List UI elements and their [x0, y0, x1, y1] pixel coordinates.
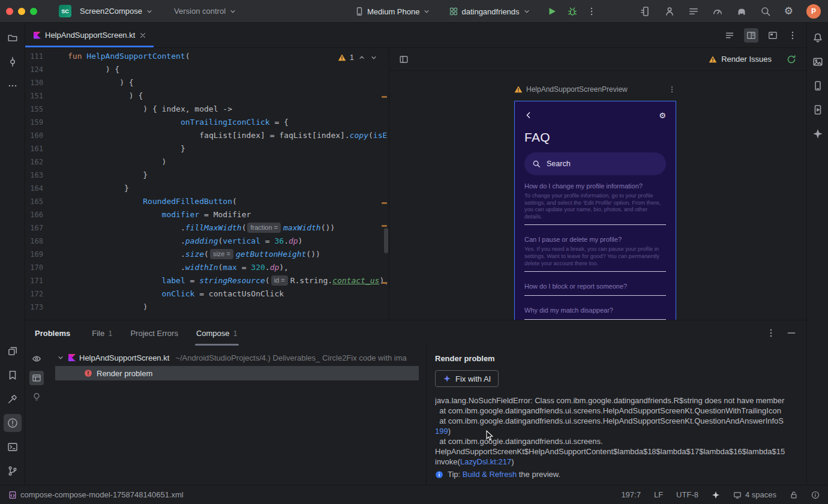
preview-layout-icon[interactable] [399, 55, 409, 64]
notifications-status-icon[interactable] [811, 491, 820, 499]
problems-tab-compose[interactable]: Compose1 [196, 320, 238, 346]
code-line[interactable]: 159onTrailingIconClick = { [25, 116, 389, 129]
build-variants-icon[interactable] [4, 342, 22, 360]
project-menu[interactable]: Screen2Compose [76, 4, 157, 18]
code-line[interactable]: 161} [25, 142, 389, 155]
code-with-me-icon[interactable] [664, 6, 675, 17]
search-icon[interactable] [760, 6, 771, 17]
code-line[interactable]: 163} [25, 169, 389, 182]
preview-issue-toggle[interactable] [29, 352, 44, 366]
code-line[interactable]: 171label = stringResource(id =R.string.c… [25, 274, 389, 287]
inspection-widget[interactable]: 1 [338, 53, 378, 62]
prev-issue-icon[interactable] [358, 53, 366, 62]
code-line[interactable]: 166modifier = Modifier [25, 208, 389, 221]
code-line[interactable]: 111fun HelpAndSupportContent( [25, 50, 389, 63]
code-line[interactable]: 124) { [25, 63, 389, 76]
render-issues-chip[interactable]: Render Issues [709, 55, 772, 64]
gemini-icon[interactable] [809, 125, 827, 143]
version-control-menu[interactable]: Version control [170, 4, 241, 18]
more-tool-windows-icon[interactable] [4, 77, 22, 95]
device-manager-icon[interactable] [809, 77, 827, 95]
bookmarks-icon[interactable] [4, 366, 22, 384]
maximize-window-button[interactable] [30, 8, 37, 15]
app-logo: SC [59, 5, 71, 17]
profile-avatar[interactable]: P [806, 4, 821, 19]
code-view-toggle[interactable] [722, 28, 737, 43]
quick-fix-toggle[interactable] [29, 390, 44, 404]
debug-button[interactable] [567, 6, 578, 17]
problems-tree[interactable]: HelpAndSupportScreen.kt ~/AndroidStudioP… [48, 346, 426, 485]
code-line[interactable]: 130) { [25, 76, 389, 89]
code-line[interactable]: 160faqList[index] = faqList[index].copy(… [25, 129, 389, 142]
settings-gear-icon[interactable]: ⚙ [784, 6, 793, 16]
fix-with-ai-button[interactable]: Fix with AI [435, 370, 499, 387]
next-issue-icon[interactable] [370, 53, 378, 62]
problems-file-row[interactable]: HelpAndSupportScreen.kt ~/AndroidStudioP… [48, 350, 426, 365]
close-tab-icon[interactable] [139, 32, 146, 39]
device-selector[interactable]: Medium Phone [351, 4, 434, 19]
indent-widget[interactable]: 4 spaces [733, 490, 776, 499]
running-devices-icon[interactable] [809, 101, 827, 119]
status-file[interactable]: compose-compose-model-1758748140651.xml [8, 490, 184, 499]
minimize-window-button[interactable] [18, 8, 25, 15]
device-mirror-icon[interactable] [640, 6, 651, 17]
line-separator[interactable]: LF [654, 490, 663, 499]
search-placeholder: Search [547, 160, 571, 168]
code-line[interactable]: 172onClick = contactUsOnClick [25, 287, 389, 301]
editor-scrollbar[interactable] [384, 228, 388, 253]
profiler-icon[interactable] [712, 6, 723, 17]
chevron-down-icon[interactable] [56, 353, 65, 362]
code-line[interactable]: 170.widthIn(max = 320.dp), [25, 261, 389, 274]
faq-answer: Yes. If you need a break, you can pause … [524, 246, 666, 267]
problems-tab-file[interactable]: File1 [92, 320, 112, 346]
stack-trace-link[interactable]: 199 [435, 427, 448, 436]
split-view-toggle[interactable] [744, 28, 758, 43]
preview-options-kebab-icon[interactable] [668, 85, 676, 94]
resource-manager-icon[interactable] [809, 53, 827, 71]
close-window-button[interactable] [6, 8, 13, 15]
code-line[interactable]: 151) { [25, 89, 389, 103]
hide-panel-icon[interactable] [786, 328, 797, 338]
file-encoding[interactable]: UTF-8 [676, 490, 698, 499]
more-run-options-icon[interactable] [586, 6, 597, 17]
run-config-selector[interactable]: datingandfriends [445, 4, 534, 19]
code-editor[interactable]: 111fun HelpAndSupportContent(124) {130) … [25, 48, 389, 320]
version-control-icon[interactable] [4, 462, 22, 480]
code-line[interactable]: 155) { index, model -> [25, 103, 389, 116]
code-line[interactable]: 168.padding(vertical = 36.dp) [25, 235, 389, 248]
stack-trace-link[interactable]: LazyDsl.kt:217 [460, 457, 511, 466]
code-line[interactable]: 169.size(size =getButtonHeight()) [25, 248, 389, 261]
panel-options-kebab-icon[interactable] [766, 328, 776, 338]
stack-trace-line: HelpAndSupportScreenKt$HelpAndSupportCon… [435, 446, 806, 457]
build-refresh-link[interactable]: Build & Refresh [463, 470, 517, 479]
logcat-icon[interactable] [688, 6, 699, 17]
editor-tab[interactable]: HelpAndSupportScreen.kt [25, 23, 154, 47]
design-view-toggle[interactable] [766, 28, 780, 43]
code-line[interactable]: 167.fillMaxWidth(fraction =maxWidth()) [25, 221, 389, 235]
run-button[interactable] [547, 6, 557, 17]
code-line[interactable]: 164} [25, 182, 389, 195]
details-view-toggle[interactable] [29, 371, 44, 385]
titlebar: SC Screen2Compose Version control Medium… [0, 0, 828, 23]
code-line[interactable]: 173) [25, 301, 389, 314]
project-tool-icon[interactable] [4, 29, 22, 47]
cursor-position[interactable]: 197:7 [621, 490, 641, 499]
code-line[interactable]: 165RoundedFilledButton( [25, 195, 389, 208]
notifications-bell-icon[interactable] [809, 29, 827, 47]
build-refresh-icon[interactable] [786, 54, 797, 65]
lock-icon[interactable] [790, 491, 798, 499]
terminal-icon[interactable] [4, 438, 22, 456]
problems-tool-icon[interactable] [4, 414, 22, 432]
editor-options-kebab-icon[interactable] [787, 30, 798, 41]
ai-status-icon[interactable] [712, 491, 720, 499]
code-line[interactable]: 162) [25, 155, 389, 169]
design-canvas[interactable]: HelpAndSupportScreenPreview ⚙ FAQ [389, 71, 806, 320]
commit-tool-icon[interactable] [4, 53, 22, 71]
problem-row-selected[interactable]: Render problem [55, 366, 419, 380]
build-icon[interactable] [4, 390, 22, 408]
problems-tab-project-errors[interactable]: Project Errors [130, 320, 178, 346]
run-config-name: datingandfriends [461, 7, 519, 16]
preview-name: HelpAndSupportScreenPreview [526, 85, 664, 94]
stack-trace-line: at com.ibm.google.datingandfriends.ui.sc… [435, 406, 806, 416]
gradle-icon[interactable] [736, 6, 747, 17]
